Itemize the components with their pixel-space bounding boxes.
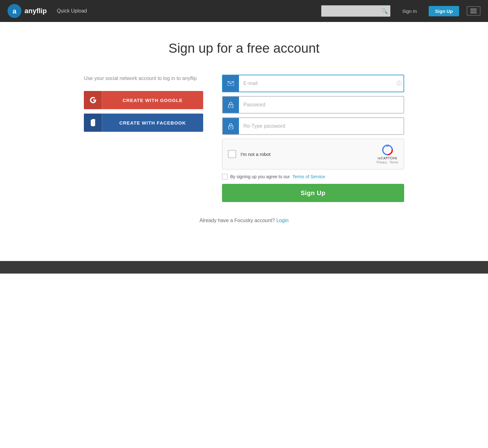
quick-upload-link[interactable]: Quick Upload	[57, 8, 87, 14]
menu-bar-2	[470, 11, 477, 11]
recaptcha-terms-link[interactable]: Terms	[390, 161, 398, 164]
terms-text: By signing up you agree to our	[230, 174, 290, 179]
email-icon	[223, 75, 239, 92]
search-icon: 🔍	[382, 8, 388, 14]
svg-point-5	[230, 106, 231, 107]
recaptcha-logo: reCAPTCHA Privacy - Terms	[377, 144, 398, 164]
menu-bar-1	[470, 9, 477, 9]
email-info-icon[interactable]: ⓘ	[395, 75, 404, 92]
footer	[0, 261, 488, 274]
already-account: Already have a Focusky account? Login	[84, 218, 404, 223]
create-with-facebook-button[interactable]: CREATE WITH FACEBOOK	[84, 114, 203, 132]
logo-text: anyflip	[24, 7, 47, 15]
retype-password-input[interactable]	[239, 118, 404, 134]
google-btn-label: CREATE WITH GOOGLE	[102, 98, 203, 103]
password-field-wrapper	[222, 96, 404, 114]
search-bar: 🔍	[321, 5, 390, 17]
facebook-btn-label: CREATE WITH FACEBOOK	[102, 120, 203, 125]
recaptcha-icon	[382, 144, 393, 156]
password-icon	[223, 97, 239, 113]
retype-password-icon	[223, 118, 239, 134]
terms-row: By signing up you agree to our Terms of …	[222, 174, 404, 179]
left-col: Use your social network account to log i…	[84, 75, 203, 132]
recaptcha-label: I'm not a robot	[241, 152, 270, 157]
recaptcha-brand: reCAPTCHA	[377, 157, 397, 160]
svg-point-7	[230, 127, 231, 128]
social-text: Use your social network account to log i…	[84, 75, 203, 82]
main-content: Sign up for a free account Use your soci…	[71, 22, 417, 242]
content-row: Use your social network account to log i…	[84, 75, 404, 202]
already-account-text: Already have a Focusky account?	[199, 218, 276, 223]
recaptcha-box: I'm not a robot reCAPTCHA Privacy -	[222, 139, 404, 169]
password-input[interactable]	[239, 97, 404, 113]
header-signup-button[interactable]: Sign Up	[429, 6, 459, 16]
terms-checkbox[interactable]	[222, 174, 228, 179]
right-col: ⓘ	[222, 75, 404, 202]
google-icon	[84, 91, 102, 109]
recaptcha-checkbox[interactable]	[228, 150, 236, 158]
create-with-google-button[interactable]: CREATE WITH GOOGLE	[84, 91, 203, 109]
retype-password-field-wrapper	[222, 117, 404, 135]
page-title: Sign up for a free account	[84, 41, 404, 56]
facebook-icon	[84, 114, 102, 132]
logo-area: a anyflip	[8, 4, 47, 18]
email-input[interactable]	[239, 75, 395, 92]
email-field-wrapper: ⓘ	[222, 75, 404, 92]
terms-of-service-link[interactable]: Terms of Service	[292, 174, 325, 179]
menu-bar-3	[470, 13, 477, 13]
header: a anyflip Quick Upload 🔍 Sign In Sign Up	[0, 0, 488, 22]
recaptcha-links: Privacy - Terms	[377, 161, 398, 164]
menu-button[interactable]	[467, 6, 480, 16]
recaptcha-left: I'm not a robot	[228, 150, 270, 158]
signup-button[interactable]: Sign Up	[222, 184, 404, 202]
search-input[interactable]	[321, 5, 390, 17]
logo-icon: a	[8, 4, 21, 18]
signin-button[interactable]: Sign In	[398, 7, 421, 16]
login-link[interactable]: Login	[276, 218, 289, 223]
svg-text:a: a	[13, 7, 17, 15]
recaptcha-privacy-link[interactable]: Privacy	[377, 161, 387, 164]
